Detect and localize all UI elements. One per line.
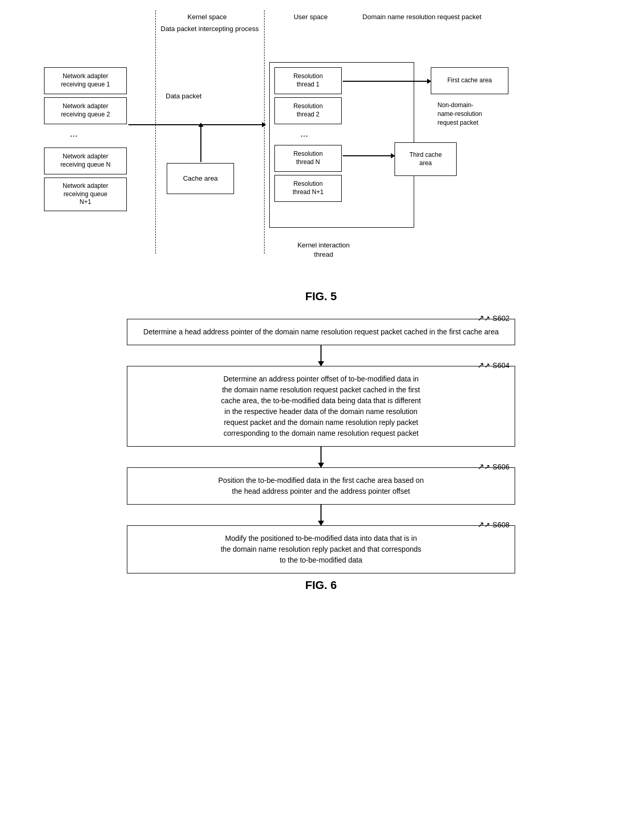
step-s608-label: ↗ S608 [477, 519, 509, 531]
step-s604-box: ↗ S604 Determine an address pointer offs… [127, 366, 515, 447]
arrow-604-606 [320, 447, 322, 467]
user-space-label: User space [269, 13, 352, 22]
step-s606-label: ↗ S606 [477, 461, 509, 473]
first-cache-box: First cache area [431, 67, 508, 94]
rt-dots: ... [300, 128, 308, 139]
fig6-caption: FIG. 6 [10, 579, 632, 592]
third-cache-box: Third cachearea [395, 142, 457, 176]
step-s604-label: ↗ S604 [477, 359, 509, 372]
step-s602-text: Determine a head address pointer of the … [143, 328, 499, 336]
fig6-container: ↗ S602 Determine a head address pointer … [114, 319, 528, 573]
arrow-rtN-to-third-cache [343, 155, 395, 156]
step-s608-box: ↗ S608 Modify the positioned to-be-modif… [127, 525, 515, 573]
fig5-container: Kernel space Data packet intercepting pr… [36, 10, 606, 285]
data-intercept-label: Data packet intercepting process [160, 25, 259, 34]
naq1-box: Network adapterreceiving queue 1 [44, 67, 127, 94]
kernel-space-label: Kernel space [160, 13, 254, 22]
arrow-to-threads [128, 124, 266, 125]
step-s606-box: ↗ S606 Position the to-be-modified data … [127, 467, 515, 505]
domain-packet-label: Domain name resolution request packet [357, 13, 487, 22]
data-packet-label: Data packet [166, 92, 201, 100]
rt1-box: Resolutionthread 1 [274, 67, 342, 94]
step-s602-box: ↗ S602 Determine a head address pointer … [127, 319, 515, 345]
arrow-602-604 [320, 345, 322, 366]
dashed-line-2 [264, 10, 265, 254]
kernel-interaction-label: Kernel interactionthread [259, 241, 388, 259]
step-s606-text: Position the to-be-modified data in the … [218, 476, 424, 495]
step-s604-text: Determine an address pointer offset of t… [221, 375, 421, 437]
naqN-box: Network adapterreceiving queue N [44, 148, 127, 174]
arrow-cache-up [200, 123, 201, 162]
cache-area-box: Cache area [167, 163, 234, 194]
fig5-caption: FIG. 5 [10, 290, 632, 303]
non-domain-label: Non-domain-name-resolutionrequest packet [437, 101, 482, 127]
dots1: ... [70, 128, 78, 139]
dashed-line-1 [155, 10, 156, 254]
rtN1-box: Resolutionthread N+1 [274, 175, 342, 202]
naq2-box: Network adapterreceiving queue 2 [44, 97, 127, 124]
step-s608-text: Modify the positioned to-be-modified dat… [221, 534, 421, 564]
rtN-box: Resolutionthread N [274, 145, 342, 172]
rt2-box: Resolutionthread 2 [274, 97, 342, 124]
naqN1-box: Network adapterreceiving queueN+1 [44, 178, 127, 211]
step-s602-label: ↗ S602 [477, 312, 509, 325]
arrow-606-608 [320, 505, 322, 525]
arrow-rt1-to-first-cache [343, 81, 431, 82]
